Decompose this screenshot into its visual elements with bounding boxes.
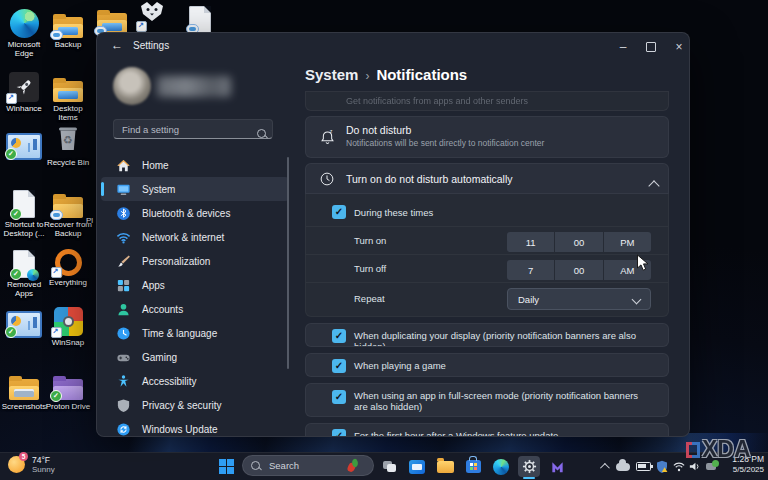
outlook-button[interactable] <box>406 456 428 477</box>
turn-off-time-picker[interactable]: 7 00 AM <box>507 260 651 280</box>
dnd-title: Do not disturb <box>346 124 544 136</box>
proton-mail-icon <box>550 459 565 474</box>
sidebar-item-accessibility[interactable]: Accessibility <box>101 369 289 393</box>
sun-icon: 5 <box>8 456 25 473</box>
user-name-redacted <box>157 76 231 97</box>
rule-after-feature-update[interactable]: ✓ For the first hour after a Windows fea… <box>305 423 669 437</box>
winsnap-icon <box>54 307 83 336</box>
sidebar-scrollbar[interactable] <box>287 157 289 369</box>
wifi-icon <box>673 462 685 472</box>
recycle-bin-icon: ♻ <box>56 124 80 156</box>
maximize-button[interactable] <box>638 37 664 57</box>
rule-checkbox[interactable]: ✓ <box>332 390 346 404</box>
folder-icon: ✓ <box>53 379 83 400</box>
sidebar-item-privacy-security[interactable]: Privacy & security <box>101 393 289 417</box>
rule-checkbox[interactable]: ✓ <box>332 429 346 437</box>
wifi-tray-icon[interactable] <box>671 456 687 477</box>
onedrive-tray-icon[interactable] <box>614 456 632 477</box>
desktop-icon-proton-drive[interactable]: ✓ Proton Drive <box>44 368 92 411</box>
microsoft-store-button[interactable] <box>462 456 484 477</box>
desktop-icon-removed-apps[interactable]: ✓ Removed Apps <box>0 246 48 298</box>
breadcrumb-parent[interactable]: System <box>305 66 358 83</box>
desktop-icon-backup[interactable]: Backup <box>44 6 92 49</box>
sidebar-item-apps[interactable]: Apps <box>101 273 289 297</box>
repeat-label: Repeat <box>354 293 385 304</box>
sidebar-item-accounts[interactable]: Accounts <box>101 297 289 321</box>
desktop-icon-microsoft-edge[interactable]: Microsoft Edge <box>0 6 48 58</box>
sidebar-item-label: Apps <box>142 280 165 291</box>
rule-playing-game[interactable]: ✓ When playing a game <box>305 353 669 377</box>
sidebar-item-label: Accessibility <box>142 376 196 387</box>
microsoft-store-icon <box>466 460 481 473</box>
desktop-icon-recover-from-backup[interactable]: Recover from Backup <box>44 186 92 238</box>
turn-on-period[interactable]: PM <box>604 232 651 252</box>
battery-tray-icon[interactable] <box>634 456 652 477</box>
file-explorer-button[interactable] <box>434 456 456 477</box>
start-button[interactable] <box>215 456 237 477</box>
rule-fullscreen-app[interactable]: ✓ When using an app in full-screen mode … <box>305 383 669 417</box>
proton-mail-button[interactable] <box>546 456 568 477</box>
turn-off-hour[interactable]: 7 <box>507 260 554 280</box>
desktop-icon-recycle-bin[interactable]: ♻ Recycle Bin <box>44 124 92 167</box>
security-tray-icon[interactable] <box>653 456 671 477</box>
desktop-icon-label: Backup <box>44 40 92 49</box>
sidebar-item-label: Windows Update <box>142 424 218 435</box>
desktop-icon-hidden-document[interactable] <box>176 2 224 34</box>
repeat-dropdown[interactable]: Daily <box>507 288 651 310</box>
sidebar-item-personalization[interactable]: Personalization <box>101 249 289 273</box>
document-icon: ✓ <box>13 190 35 218</box>
turn-off-minute[interactable]: 00 <box>555 260 602 280</box>
sidebar-item-home[interactable]: Home <box>101 153 289 177</box>
desktop-icon-desktop-items[interactable]: Desktop Items <box>44 70 92 122</box>
auto-dnd-body: ✓ During these times Turn on 11 00 PM Tu… <box>305 194 669 317</box>
close-button[interactable]: × <box>666 37 690 57</box>
rule-duplicating-display[interactable]: ✓ When duplicating your display (priorit… <box>305 323 669 347</box>
rule-checkbox[interactable]: ✓ <box>332 329 346 343</box>
settings-button-active[interactable] <box>518 456 540 477</box>
task-view-button[interactable] <box>378 456 400 477</box>
sidebar-item-gaming[interactable]: Gaming <box>101 345 289 369</box>
rule-checkbox[interactable]: ✓ <box>332 359 346 373</box>
folder-icon <box>53 17 83 38</box>
weather-widget[interactable]: 5 74°F Sunny <box>8 455 55 474</box>
desktop-icon-chart-app[interactable]: ✓ <box>0 128 48 162</box>
desktop-icon-winhance[interactable]: Winhance <box>0 70 48 113</box>
shortcut-badge <box>6 93 17 104</box>
turn-on-minute[interactable]: 00 <box>555 232 602 252</box>
chevron-up-icon[interactable] <box>650 176 658 194</box>
desktop-icon-winsnap[interactable]: WinSnap <box>44 304 92 347</box>
edge-button[interactable] <box>490 456 512 477</box>
turn-on-time-picker[interactable]: 11 00 PM <box>507 232 651 252</box>
cloud-icon <box>616 463 630 471</box>
turn-on-hour[interactable]: 11 <box>507 232 554 252</box>
during-times-checkbox[interactable]: ✓ <box>332 205 346 219</box>
weather-temp: 74°F <box>32 455 55 465</box>
desktop-icon-label: Microsoft Edge <box>0 40 48 58</box>
tray-clock-date[interactable]: 5/5/2025 <box>733 465 764 474</box>
search-highlight-image <box>348 459 358 472</box>
repeat-value: Daily <box>518 294 539 305</box>
edge-icon <box>10 9 39 38</box>
desktop-icon-screenshots[interactable]: Screenshots <box>0 368 48 411</box>
desktop-icon-label: Screenshots <box>0 402 48 411</box>
sidebar-item-bluetooth[interactable]: Bluetooth & devices <box>101 201 289 225</box>
auto-dnd-header[interactable]: Turn on do not disturb automatically <box>305 163 669 194</box>
sidebar-item-windows-update[interactable]: Windows Update <box>101 417 289 437</box>
sidebar-item-time-language[interactable]: Time & language <box>101 321 289 345</box>
taskbar-search[interactable] <box>242 455 374 476</box>
avatar[interactable] <box>113 67 151 105</box>
minimize-button[interactable]: – <box>610 37 636 57</box>
desktop-icon-chart-app-2[interactable]: ✓ <box>0 306 48 340</box>
desktop-icon-everything[interactable]: Everything <box>44 244 92 287</box>
desktop-icon-foobar2000[interactable] <box>128 0 176 32</box>
settings-search-input[interactable] <box>113 119 273 139</box>
taskbar-search-input[interactable] <box>267 459 341 472</box>
back-button[interactable]: ← <box>111 38 123 52</box>
sidebar-item-system[interactable]: System <box>101 177 289 201</box>
search-icon <box>251 461 260 470</box>
folder-icon <box>9 379 39 400</box>
person-icon <box>115 301 131 317</box>
desktop-icon-shortcut-to-desktop[interactable]: ✓ Shortcut to Desktop (... <box>0 186 48 238</box>
tray-chevron-up[interactable] <box>595 456 611 477</box>
sidebar-item-network[interactable]: Network & internet <box>101 225 289 249</box>
